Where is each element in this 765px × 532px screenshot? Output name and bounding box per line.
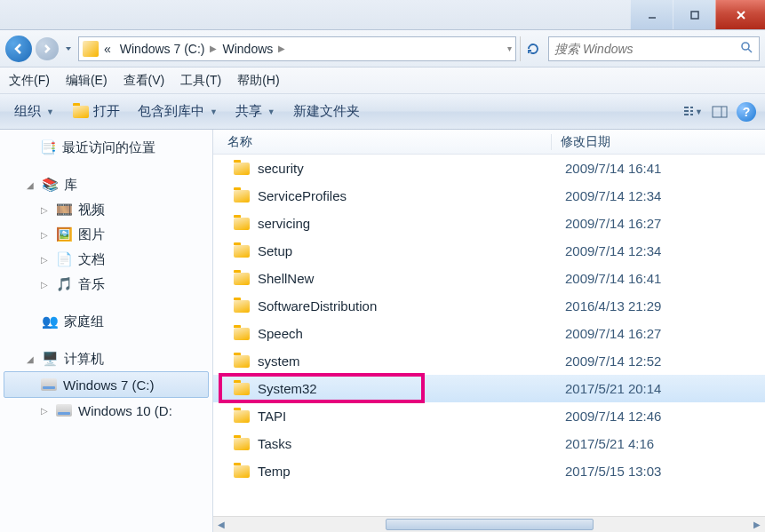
- sidebar-item-homegroup[interactable]: 👥家庭组: [0, 309, 212, 334]
- sidebar: 📑最近访问的位置 ◢📚库 ▷🎞️视频 ▷🖼️图片 ▷📄文档 ▷🎵音乐 👥家庭组 …: [0, 130, 213, 532]
- file-row[interactable]: security2009/7/14 16:41: [213, 155, 765, 182]
- menubar: 文件(F) 编辑(E) 查看(V) 工具(T) 帮助(H): [0, 67, 765, 94]
- breadcrumb-dropdown-icon[interactable]: ▾: [507, 44, 512, 53]
- sidebar-item-libraries[interactable]: ◢📚库: [0, 172, 212, 197]
- file-row[interactable]: servicing2009/7/14 16:27: [213, 210, 765, 237]
- file-date: 2017/5/21 20:14: [565, 381, 661, 396]
- search-icon: [739, 40, 753, 58]
- collapse-icon[interactable]: ◢: [25, 180, 36, 190]
- menu-tools[interactable]: 工具(T): [180, 73, 221, 89]
- titlebar: [0, 0, 765, 30]
- picture-icon: 🖼️: [55, 226, 73, 243]
- sidebar-item-pictures[interactable]: ▷🖼️图片: [0, 222, 212, 247]
- share-button[interactable]: 共享▼: [230, 101, 281, 122]
- svg-rect-9: [690, 107, 693, 108]
- search-box[interactable]: [548, 36, 760, 61]
- expand-icon[interactable]: ▷: [39, 205, 50, 215]
- file-date: 2009/7/14 12:52: [565, 353, 661, 369]
- column-date[interactable]: 修改日期: [551, 134, 765, 150]
- file-name: ServiceProfiles: [258, 188, 565, 203]
- collapse-icon[interactable]: ◢: [25, 354, 36, 364]
- file-row[interactable]: ShellNew2009/7/14 16:41: [213, 265, 765, 292]
- file-row[interactable]: Speech2009/7/14 16:27: [213, 320, 765, 347]
- include-button[interactable]: 包含到库中▼: [132, 101, 223, 122]
- folder-icon: [233, 215, 251, 233]
- forward-button[interactable]: [36, 37, 59, 60]
- preview-pane-button[interactable]: [710, 102, 729, 122]
- expand-icon[interactable]: ▷: [39, 406, 50, 416]
- chevron-right-icon: ▶: [210, 44, 217, 53]
- folder-icon: [233, 353, 251, 370]
- sidebar-item-computer[interactable]: ◢🖥️计算机: [0, 346, 212, 371]
- file-name: System32: [258, 381, 565, 396]
- close-button[interactable]: [715, 0, 765, 29]
- expand-icon[interactable]: ▷: [39, 230, 50, 240]
- file-row[interactable]: ServiceProfiles2009/7/14 12:34: [213, 182, 765, 210]
- help-button[interactable]: ?: [737, 102, 756, 122]
- sidebar-item-documents[interactable]: ▷📄文档: [0, 247, 212, 272]
- breadcrumb-chevrons[interactable]: «: [100, 42, 115, 56]
- main-area: 📑最近访问的位置 ◢📚库 ▷🎞️视频 ▷🖼️图片 ▷📄文档 ▷🎵音乐 👥家庭组 …: [0, 130, 765, 532]
- file-date: 2009/7/14 16:27: [565, 326, 661, 341]
- horizontal-scrollbar[interactable]: ◀ ▶: [213, 516, 765, 532]
- breadcrumb[interactable]: « Windows 7 (C:) ▶ Windows ▶ ▾: [78, 36, 516, 61]
- svg-rect-10: [690, 110, 693, 112]
- file-list: security2009/7/14 16:41ServiceProfiles20…: [213, 155, 765, 516]
- file-row[interactable]: TAPI2009/7/14 12:46: [213, 402, 765, 430]
- maximize-button[interactable]: [673, 0, 715, 29]
- svg-line-5: [748, 49, 752, 52]
- file-row[interactable]: system2009/7/14 12:52: [213, 347, 765, 375]
- sidebar-item-music[interactable]: ▷🎵音乐: [0, 272, 212, 297]
- menu-help[interactable]: 帮助(H): [237, 73, 279, 89]
- recent-icon: 📑: [39, 139, 57, 156]
- refresh-button[interactable]: [520, 36, 545, 61]
- svg-point-4: [742, 43, 749, 50]
- scroll-thumb[interactable]: [386, 519, 594, 530]
- file-row[interactable]: Temp2017/5/15 13:03: [213, 457, 765, 485]
- scroll-left-icon[interactable]: ◀: [213, 517, 229, 533]
- file-row[interactable]: System322017/5/21 20:14: [213, 375, 765, 402]
- column-name[interactable]: 名称: [213, 134, 551, 150]
- chevron-right-icon: ▶: [278, 44, 285, 53]
- folder-icon: [233, 298, 251, 315]
- drive-icon: [40, 376, 58, 393]
- svg-rect-6: [684, 107, 689, 108]
- history-dropdown-icon[interactable]: [62, 44, 75, 53]
- sidebar-item-drive-c[interactable]: Windows 7 (C:): [4, 371, 209, 398]
- expand-icon[interactable]: ▷: [39, 280, 50, 290]
- minimize-button[interactable]: [630, 0, 673, 29]
- scroll-right-icon[interactable]: ▶: [749, 517, 765, 533]
- folder-icon: [83, 41, 99, 57]
- view-options-button[interactable]: ▼: [683, 102, 703, 122]
- navbar: « Windows 7 (C:) ▶ Windows ▶ ▾: [0, 30, 765, 67]
- svg-rect-11: [690, 114, 693, 115]
- file-name: ShellNew: [258, 271, 565, 286]
- folder-icon: [233, 380, 251, 398]
- file-date: 2009/7/14 16:27: [565, 216, 661, 231]
- back-button[interactable]: [5, 36, 32, 62]
- menu-file[interactable]: 文件(F): [9, 73, 50, 89]
- folder-icon: [233, 408, 251, 425]
- svg-rect-8: [684, 114, 689, 115]
- menu-edit[interactable]: 编辑(E): [66, 73, 108, 89]
- svg-rect-7: [684, 110, 689, 112]
- open-button[interactable]: 打开: [67, 101, 125, 123]
- sidebar-item-recent[interactable]: 📑最近访问的位置: [0, 135, 212, 160]
- file-row[interactable]: Tasks2017/5/21 4:16: [213, 430, 765, 457]
- search-input[interactable]: [554, 42, 734, 56]
- expand-icon[interactable]: ▷: [39, 255, 50, 265]
- sidebar-item-videos[interactable]: ▷🎞️视频: [0, 197, 212, 222]
- breadcrumb-seg-drive[interactable]: Windows 7 (C:): [116, 42, 209, 56]
- breadcrumb-seg-windows[interactable]: Windows: [219, 42, 276, 56]
- scroll-track[interactable]: [229, 517, 749, 532]
- file-date: 2017/5/15 13:03: [565, 464, 661, 479]
- chevron-down-icon: ▼: [46, 107, 54, 116]
- sidebar-item-drive-d[interactable]: ▷Windows 10 (D:: [0, 398, 212, 423]
- toolbar: 组织▼ 打开 包含到库中▼ 共享▼ 新建文件夹 ▼ ?: [0, 94, 765, 130]
- file-row[interactable]: SoftwareDistribution2016/4/13 21:29: [213, 292, 765, 320]
- music-icon: 🎵: [55, 275, 73, 293]
- newfolder-button[interactable]: 新建文件夹: [288, 101, 365, 122]
- menu-view[interactable]: 查看(V): [124, 73, 165, 89]
- file-row[interactable]: Setup2009/7/14 12:34: [213, 237, 765, 265]
- organize-button[interactable]: 组织▼: [9, 101, 60, 122]
